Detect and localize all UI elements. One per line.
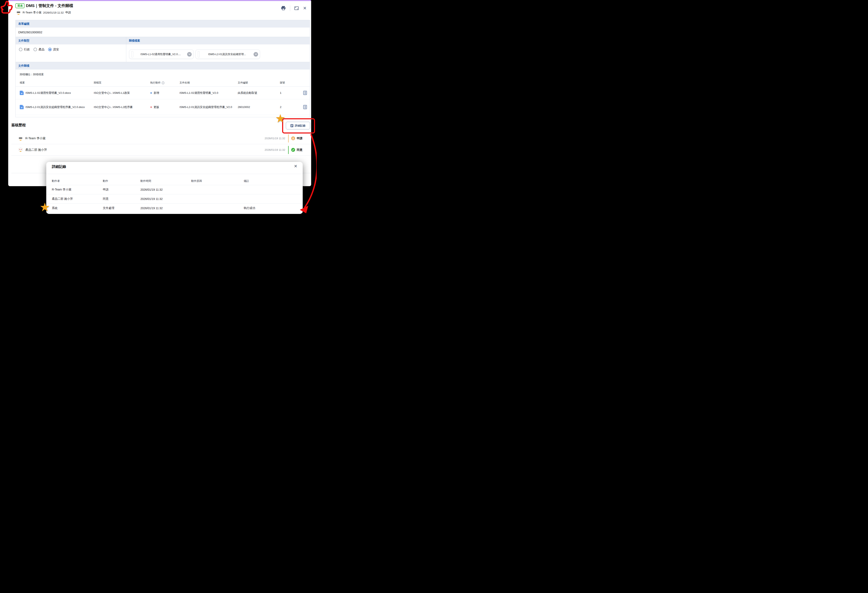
archive-path: ISO文管中心\...\ISMS-L1政策 — [94, 91, 150, 95]
close-icon[interactable]: ✕ — [303, 6, 307, 10]
col-time: 動作時間 — [140, 179, 191, 183]
chevron-down-icon[interactable] — [254, 52, 258, 56]
col-file: 檔案 — [20, 81, 94, 84]
time: 2026/01/19 11:32 — [140, 197, 191, 201]
modal-table-row: 產品二部 施小萍 同意 2026/01/19 11:32 — [46, 194, 303, 204]
file-chip[interactable]: ISMS-L1-02適用性聲明書_V2.0.... — [129, 50, 193, 59]
modal-close-icon[interactable]: ✕ — [294, 164, 297, 169]
file-name: ISMS-L2-01資訊安全組織管理程序書_V2.0.docx — [25, 105, 85, 109]
status-label: 申請 — [297, 137, 311, 140]
archive-path: ISO文管中心\...\ISMS-L2程序書 — [94, 105, 150, 109]
applicant-name: R-Team 李小黛 — [23, 11, 41, 15]
approval-time: 2026/01/19 11:32 — [258, 148, 285, 151]
col-version: 版號 — [280, 81, 300, 84]
red-highlight-box — [282, 118, 315, 133]
status-bar — [288, 146, 289, 154]
approver-name: R-Team 李小黛 — [25, 136, 258, 140]
col-doc-name: 文件名稱 — [180, 81, 238, 84]
window-controls: ✕ — [281, 5, 307, 11]
app-window: 通過 DMS｜管制文件 - 文件歸檔 R-Team 李小黛 2026/01/19… — [8, 0, 311, 186]
page-title: DMS｜管制文件 - 文件歸檔 — [26, 3, 73, 9]
chevron-down-icon[interactable] — [187, 52, 192, 56]
file-name: ISMS-L1-02適用性聲明書_V2.0.docx — [25, 91, 71, 95]
version: 1 — [280, 91, 300, 95]
modal-divider — [46, 174, 303, 174]
table-row: w ISMS-L1-02適用性聲明書_V2.0.docx ISO文管中心\...… — [16, 87, 310, 99]
applicant-avatar — [16, 10, 21, 15]
table-header-row: 檔案 歸檔至 執行動作 文件名稱 文件編號 版號 — [16, 79, 310, 87]
applicant-time: 2026/01/19 11:32 — [43, 11, 64, 14]
action-dot-icon — [150, 92, 152, 94]
form-no-header: 表單編號 — [16, 20, 310, 28]
archive-files-column: 歸檔檔案 ISMS-L1-02適用性聲明書_V2.0.... ISMS-L2-0… — [126, 37, 310, 62]
applicant-line: R-Team 李小黛 2026/01/19 11:32 申請 — [16, 10, 71, 15]
print-icon[interactable] — [281, 6, 286, 11]
col-action: 動作 — [103, 179, 140, 183]
approval-row: 產品二部 施小萍 2026/01/19 11:32 同意 — [11, 144, 311, 156]
approval-row: R-Team 李小黛 2026/01/19 11:32 申請 — [11, 133, 311, 144]
radio-admin[interactable]: 行政 — [19, 47, 30, 52]
radio-product[interactable]: 產品 — [34, 47, 44, 52]
doc-archive-table: 歸檔欄位：歸檔檔案 檔案 歸檔至 執行動作 文件名稱 文件編號 版號 w ISM… — [16, 70, 310, 117]
window-accent-bar — [8, 0, 311, 1]
actor: 系統 — [52, 206, 103, 210]
col-reason: 動作原因 — [191, 179, 244, 183]
action-label: 更版 — [154, 105, 159, 109]
col-archive-to: 歸檔至 — [94, 81, 150, 84]
word-file-icon: w — [20, 91, 24, 95]
word-file-icon: w — [20, 105, 24, 109]
approval-history-title: 簽核歷程 — [11, 123, 26, 127]
thumbs-up-stamp-icon — [0, 0, 13, 14]
doc-no: 由系統自動取號 — [238, 91, 280, 95]
action: 文件處理 — [103, 206, 140, 210]
radio-circle-icon — [34, 48, 37, 51]
note: 執行成功 — [244, 206, 303, 210]
star-icon: ★ — [40, 201, 50, 213]
doc-name: ISMS-L1-02適用性聲明書_V2.0 — [180, 91, 238, 95]
status-badge: 通過 — [15, 3, 25, 8]
col-note: 備註 — [244, 179, 303, 183]
approval-list: R-Team 李小黛 2026/01/19 11:32 申請 產品二部 施小萍 … — [11, 133, 311, 156]
action-dot-icon — [150, 106, 152, 108]
detail-list-icon[interactable] — [303, 105, 307, 109]
screenshot-stage: 通過 DMS｜管制文件 - 文件歸檔 R-Team 李小黛 2026/01/19… — [0, 0, 317, 216]
action-label: 新增 — [154, 91, 159, 95]
person-status-icon — [291, 136, 295, 140]
col-action: 執行動作 — [150, 81, 161, 84]
fullscreen-icon[interactable] — [294, 6, 299, 10]
status-bar — [288, 134, 289, 142]
time: 2026/01/19 11:32 — [140, 207, 191, 210]
check-status-icon — [291, 148, 295, 152]
radio-circle-icon — [19, 48, 22, 51]
doc-no: 26010002 — [238, 105, 280, 109]
info-icon[interactable] — [162, 81, 164, 84]
actor: 產品二部 施小萍 — [52, 197, 103, 201]
version: 2 — [280, 105, 300, 109]
svg-text:w: w — [21, 92, 23, 95]
col-doc-no: 文件編號 — [238, 81, 280, 84]
modal-table-row: R-Team 李小黛 申請 2026/01/19 11:32 — [46, 185, 303, 194]
radio-security[interactable]: 資安 — [48, 47, 59, 52]
avatar — [18, 136, 23, 141]
doc-type-header: 文件類型 — [16, 37, 126, 44]
archive-field-note: 歸檔欄位：歸檔檔案 — [16, 70, 310, 76]
doc-type-radio-group: 行政 產品 資安 — [16, 44, 126, 52]
col-actor: 動作者 — [52, 179, 103, 183]
file-chip[interactable]: ISMS-L2-01資訊安全組織管理... — [196, 50, 260, 59]
archive-files-header: 歸檔檔案 — [126, 37, 310, 44]
avatar — [18, 148, 23, 152]
star-icon: ★ — [275, 113, 285, 124]
doc-type-column: 文件類型 行政 產品 資安 — [16, 37, 126, 62]
table-row: w ISMS-L2-01資訊安全組織管理程序書_V2.0.docx ISO文管中… — [16, 99, 310, 115]
detail-record-modal: 詳細記錄 ✕ 動作者 動作 動作時間 動作原因 備註 R-Team 李小黛 申請… — [46, 162, 303, 214]
doc-archive-header: 文件歸檔 — [16, 62, 310, 70]
detail-list-icon[interactable] — [303, 91, 307, 95]
drag-handle-icon — [131, 51, 133, 58]
form-panel: 表單編號 DMS2601000002 文件類型 行政 產品 資安 歸檔檔案 — [15, 20, 310, 117]
approval-time: 2026/01/19 11:32 — [258, 137, 285, 140]
action: 同意 — [103, 197, 140, 201]
action: 申請 — [103, 188, 140, 191]
modal-table-header: 動作者 動作 動作時間 動作原因 備註 — [46, 177, 303, 185]
drag-handle-icon — [198, 51, 200, 58]
actor: R-Team 李小黛 — [52, 188, 103, 191]
